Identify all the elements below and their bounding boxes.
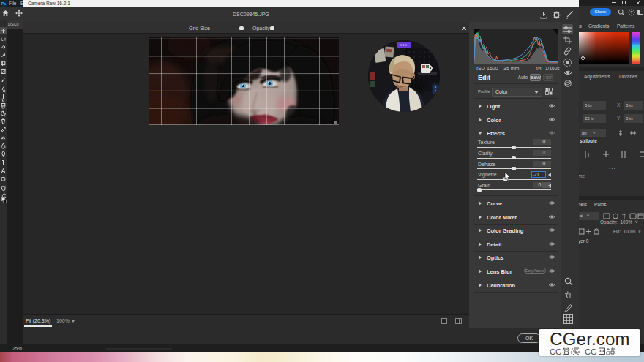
svg-text:?: ? <box>630 10 633 15</box>
